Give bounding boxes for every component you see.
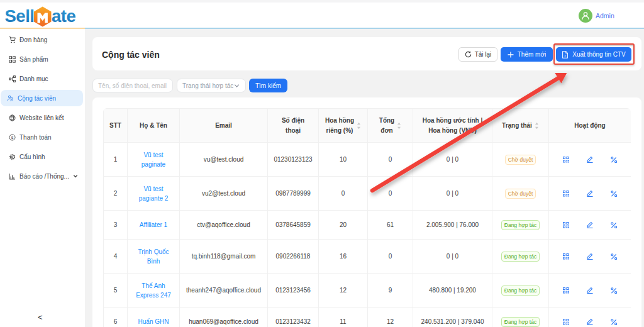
svg-text:$: $	[11, 135, 14, 139]
svg-text:ate: ate	[52, 6, 75, 26]
svg-text:Sell: Sell	[5, 6, 35, 26]
